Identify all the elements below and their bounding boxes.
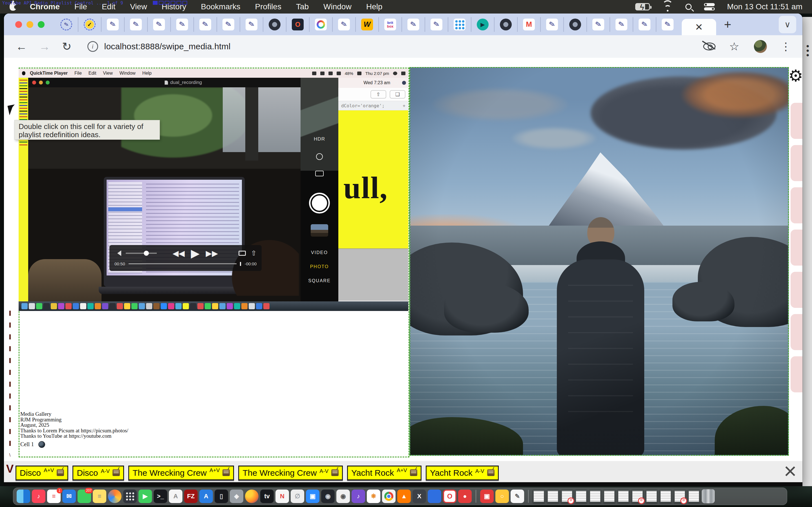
dock-icon-facetime[interactable]: ▶: [139, 490, 152, 503]
dock-icon-news[interactable]: N: [275, 490, 289, 503]
close-gallery-icon[interactable]: ×: [784, 460, 797, 482]
pinned-tab-ring-check[interactable]: [78, 17, 101, 32]
zoom-window-button[interactable]: [38, 21, 45, 28]
menu-item-tab[interactable]: Tab: [296, 2, 309, 11]
pinned-tab-pen[interactable]: [332, 17, 355, 32]
pink-pill[interactable]: [791, 145, 802, 181]
playback-controls[interactable]: ◀◀ ▶ ▶▶ ⇧ 00:50: [109, 245, 262, 271]
share-icon[interactable]: ⇧: [251, 249, 257, 257]
pinned-tab-opera[interactable]: [286, 17, 309, 32]
mode-video[interactable]: VIDEO: [311, 250, 328, 255]
close-window-button[interactable]: [15, 21, 22, 28]
pinned-tab-pen[interactable]: [147, 17, 170, 32]
dock-icon-reminders[interactable]: ≡1: [47, 490, 61, 503]
camera-flip-icon[interactable]: [315, 171, 324, 176]
play-button[interactable]: ▶: [191, 247, 200, 260]
pink-pill[interactable]: [791, 272, 802, 308]
dock-icon-camera-app[interactable]: ◉: [336, 490, 350, 503]
pinned-tab-gmail[interactable]: [517, 17, 540, 32]
reload-button[interactable]: ↻: [62, 40, 71, 53]
menu-clock[interactable]: Mon 13 Oct 11:51 am: [727, 2, 802, 11]
dock-icon-itunes[interactable]: ♪: [352, 490, 365, 503]
menu-item-help[interactable]: Help: [366, 2, 383, 11]
dock-icon-notes[interactable]: ≡: [93, 490, 106, 503]
profile-avatar[interactable]: [754, 40, 767, 53]
dock-icon-blocked[interactable]: ∅: [291, 490, 304, 503]
dock-window-thumbnail[interactable]: [645, 490, 658, 503]
photo-thumbnail[interactable]: [311, 224, 328, 237]
dock-icon-zoom[interactable]: ▣: [306, 490, 319, 503]
rewind-button[interactable]: ◀◀: [172, 249, 185, 258]
fast-forward-button[interactable]: ▶▶: [206, 249, 218, 258]
shutter-button[interactable]: [309, 193, 330, 214]
dock-icon-mail[interactable]: ✉: [62, 490, 76, 503]
playlist-button-yacht-rock-a+v[interactable]: Yacht RockA+V: [347, 466, 421, 480]
pink-pill[interactable]: [791, 314, 802, 350]
dock-icon-app-store[interactable]: A: [199, 490, 213, 503]
dock-icon-firefox[interactable]: [245, 490, 259, 503]
pinned-tab-pen[interactable]: [587, 17, 610, 32]
dock-icon-vlc[interactable]: ▲: [397, 490, 411, 503]
minimize-window-button[interactable]: [27, 21, 33, 28]
playlist-button-disco-a-v[interactable]: DiscoA-V: [72, 466, 124, 480]
pinned-tab-pen[interactable]: [424, 17, 448, 32]
pinned-tab-chrome[interactable]: [563, 17, 587, 32]
tab-search-button[interactable]: ∨: [779, 16, 796, 33]
dock-window-thumbnail[interactable]: [532, 490, 545, 503]
dock-window-thumbnail[interactable]: [575, 490, 587, 503]
pink-pill[interactable]: [791, 230, 802, 266]
video-player-cell[interactable]: QuickTime Player FileEditViewWindowHelp …: [18, 69, 408, 311]
pink-pill[interactable]: [791, 187, 802, 223]
dock-icon-red-app[interactable]: ●: [458, 490, 472, 503]
pinned-tab-pen[interactable]: [633, 17, 656, 32]
playlist-button-the-wrecking-crew-a-v[interactable]: The Wrecking CrewA-V: [238, 466, 343, 480]
dock-window-thumbnail[interactable]: [673, 490, 686, 503]
pinned-tab-pen[interactable]: [402, 17, 424, 32]
wifi-icon[interactable]: [662, 3, 673, 11]
dock-icon-iphone-mirroring[interactable]: ▯: [214, 490, 228, 503]
dock-icon-opera[interactable]: O: [443, 490, 456, 503]
pinned-tab-dots[interactable]: [309, 17, 332, 32]
playhead[interactable]: [240, 262, 241, 266]
dock-icon-apple-tv[interactable]: tv: [260, 490, 274, 503]
nested-tabs-button[interactable]: ❏: [390, 90, 405, 99]
dock-icon-filezilla[interactable]: FZ: [184, 490, 198, 503]
playlist-button-yacht-rock-a-v[interactable]: Yacht RockA-V: [426, 466, 499, 480]
pinned-tab-cplay[interactable]: [471, 17, 494, 32]
pinned-tab-pen[interactable]: [656, 17, 679, 32]
dock-icon-terminal[interactable]: >_: [154, 490, 167, 503]
background-window-edge[interactable]: •••: [802, 17, 812, 486]
dock-icon-messages[interactable]: 207: [78, 490, 91, 503]
dock-icon-textedit[interactable]: A: [169, 490, 183, 503]
dock-icon-blue-app[interactable]: [428, 490, 441, 503]
dock-window-thumbnail[interactable]: [547, 490, 559, 503]
pink-pill[interactable]: [791, 103, 802, 139]
dock-icon-obs[interactable]: ◉: [321, 490, 335, 503]
back-button[interactable]: ←: [16, 40, 27, 53]
dock-icon-photos-red[interactable]: ▣: [480, 490, 494, 503]
volume-icon[interactable]: [114, 250, 121, 256]
dock-icon-finder[interactable]: [17, 490, 30, 503]
dock-icon-chrome[interactable]: [382, 490, 396, 503]
timer-icon[interactable]: [316, 153, 323, 160]
new-tab-button[interactable]: +: [724, 17, 731, 32]
pinned-tab-chrome[interactable]: [263, 17, 286, 32]
dock-window-thumbnail[interactable]: [631, 490, 644, 503]
address-bar[interactable]: localhost:8888/swipe_media.html: [104, 42, 231, 51]
dock-window-thumbnail[interactable]: [561, 490, 573, 503]
nested-url-bar[interactable]: dColor='orange'; +: [338, 101, 408, 110]
airplay-icon[interactable]: [239, 251, 246, 256]
hdr-label[interactable]: HDR: [314, 136, 325, 142]
settings-gear-icon[interactable]: ⚙: [788, 66, 802, 86]
pinned-tab-pen[interactable]: [101, 17, 124, 32]
pinned-tab-pen[interactable]: [240, 17, 263, 32]
dock-icon-photo-booth[interactable]: [108, 490, 121, 503]
active-tab[interactable]: ✕: [682, 19, 716, 35]
dock-window-thumbnail[interactable]: [617, 490, 629, 503]
volume-slider[interactable]: [126, 252, 157, 254]
tab-close-icon[interactable]: ✕: [695, 21, 703, 33]
dock-window-thumbnail[interactable]: [603, 490, 615, 503]
reading-mode-icon[interactable]: [703, 43, 716, 50]
pinned-tab-pen[interactable]: [170, 17, 193, 32]
pinned-tab-pen[interactable]: [610, 17, 633, 32]
